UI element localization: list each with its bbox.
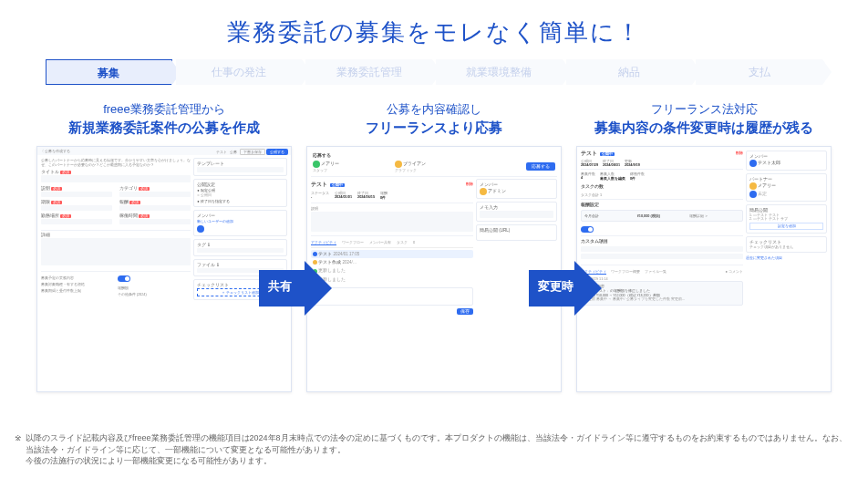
col3-sub: フリーランス法対応 [576,101,832,118]
arrow-share-label: 共有 [268,278,292,295]
footnote-line2: 今後の法施行の状況により一部機能変更になる可能性があります。 [26,456,272,465]
col-1: freee業務委託管理から 新規業務委託案件の公募を作成 〈 公募を作成する テ… [36,101,292,392]
step-5: 納品 [566,59,693,85]
footnote-line1: 以降のスライド記載内容及びfreee業務委託管理の機能項目は2024年8月末時点… [26,433,847,454]
col2-sub: 公募を内容確認し [306,101,562,118]
col-2: 公募を内容確認し フリーランスより応募 応募する メアリー スタッフ ブライアン… [306,101,562,392]
col2-heading: フリーランスより応募 [306,120,562,137]
screenshot-1: 〈 公募を作成する テスト 公募 下書き保存 公開する 公募したパートナーから応… [36,146,292,392]
col1-sub: freee業務委託管理から [36,101,292,118]
arrow-change: 変更時 [529,261,602,316]
step-3: 業務委託管理 [305,59,432,85]
col3-heading: 募集内容の条件変更時は履歴が残る [576,120,832,137]
step-2: 仕事の発注 [176,59,303,85]
col1-heading: 新規業務委託案件の公募を作成 [36,120,292,137]
columns: 共有 変更時 freee業務委託管理から 新規業務委託案件の公募を作成 〈 公募… [0,101,868,392]
step-chevrons: 募集 仕事の発注 業務委託管理 就業環境整備 納品 支払 [0,59,868,101]
step-6: 支払 [696,59,822,85]
s1-header: 〈 公募を作成する テスト 公募 下書き保存 公開する [37,147,291,155]
arrow-change-label: 変更時 [538,278,574,295]
step-1: 募集 [46,59,172,85]
col-3: フリーランス法対応 募集内容の条件変更時は履歴が残る テスト 公開中 削除 公開… [576,101,832,392]
step-4: 就業環境整備 [436,59,563,85]
page-title: 業務委託の募集をモレなく簡単に！ [0,0,868,59]
asterisk-icon: ※ [15,432,22,444]
screenshot-3: テスト 公開中 削除 公開日2024/07/29 終了日2024/08/31 更… [576,146,832,392]
screenshot-2: 応募する メアリー スタッフ ブライアン グラフィック 応募する [306,146,562,392]
footnote: ※ 以降のスライド記載内容及びfreee業務委託管理の機能項目は2024年8月末… [26,432,850,467]
arrow-share: 共有 [259,261,332,316]
